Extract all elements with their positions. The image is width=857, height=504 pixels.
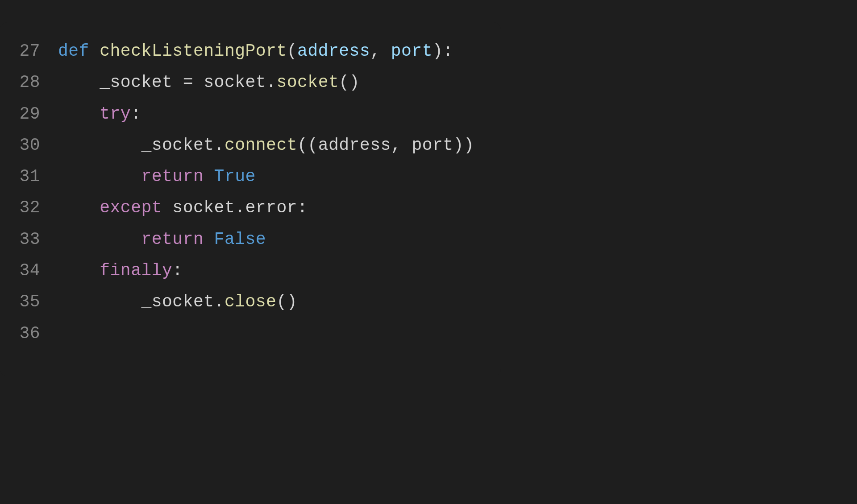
line-number: 36 xyxy=(0,318,58,349)
property: error xyxy=(245,198,298,217)
operator: = xyxy=(172,73,204,92)
variable: _socket xyxy=(100,73,172,92)
code-line[interactable]: 30 _socket.connect((address, port)) xyxy=(0,130,474,161)
module: socket xyxy=(204,73,266,92)
code-line[interactable]: 28 _socket = socket.socket() xyxy=(0,67,474,98)
whitespace xyxy=(162,198,172,217)
argument: port xyxy=(412,136,453,155)
dot: . xyxy=(214,136,225,155)
whitespace xyxy=(89,41,100,61)
code-content[interactable]: _socket = socket.socket() xyxy=(58,67,360,98)
comma: , xyxy=(391,136,412,155)
line-number: 35 xyxy=(0,286,58,318)
line-number: 33 xyxy=(0,224,58,255)
indent xyxy=(58,104,100,124)
line-number: 29 xyxy=(0,99,58,130)
dot: . xyxy=(214,292,225,311)
code-content[interactable]: _socket.close() xyxy=(58,286,297,318)
code-content[interactable]: _socket.connect((address, port)) xyxy=(58,130,474,161)
paren-open: ( xyxy=(287,41,297,61)
indent xyxy=(58,292,141,311)
indent xyxy=(58,73,100,92)
indent xyxy=(58,230,141,249)
line-number: 27 xyxy=(0,36,58,67)
dot: . xyxy=(235,198,245,217)
code-line[interactable]: 36 xyxy=(0,318,474,349)
module: socket xyxy=(172,198,235,217)
constant-true: True xyxy=(214,167,256,186)
keyword-def: def xyxy=(58,41,89,61)
method-call: close xyxy=(225,292,277,311)
code-line[interactable]: 33 return False xyxy=(0,224,474,255)
keyword-finally: finally xyxy=(100,261,172,280)
colon: : xyxy=(297,198,308,217)
keyword-return: return xyxy=(141,230,204,249)
indent xyxy=(58,198,100,217)
line-number: 34 xyxy=(0,255,58,286)
code-line[interactable]: 29 try: xyxy=(0,99,474,130)
code-editor[interactable]: 27 def checkListeningPort(address, port)… xyxy=(0,22,501,376)
line-number: 28 xyxy=(0,67,58,98)
paren-open: (( xyxy=(297,136,318,155)
dot: . xyxy=(266,73,276,92)
code-line[interactable]: 34 finally: xyxy=(0,255,474,286)
code-line[interactable]: 31 return True xyxy=(0,161,474,192)
keyword-return: return xyxy=(141,167,204,186)
indent xyxy=(58,261,100,280)
constant-false: False xyxy=(214,230,266,249)
code-content[interactable]: return False xyxy=(58,224,266,255)
variable: _socket xyxy=(141,292,214,311)
code-content[interactable]: try: xyxy=(58,99,141,130)
indent xyxy=(58,167,141,186)
comma: , xyxy=(370,41,391,61)
whitespace xyxy=(204,167,214,186)
parens: () xyxy=(276,292,297,311)
paren-close: )) xyxy=(453,136,474,155)
code-content[interactable]: except socket.error: xyxy=(58,192,308,223)
colon: : xyxy=(131,104,141,124)
paren-close: ) xyxy=(433,41,443,61)
parameter: address xyxy=(297,41,370,61)
argument: address xyxy=(318,136,391,155)
keyword-try: try xyxy=(100,104,131,124)
variable: _socket xyxy=(141,136,214,155)
code-content[interactable]: finally: xyxy=(58,255,183,286)
line-number: 32 xyxy=(0,192,58,223)
method-call: connect xyxy=(225,136,297,155)
line-number: 31 xyxy=(0,161,58,192)
parameter: port xyxy=(391,41,433,61)
code-line[interactable]: 27 def checkListeningPort(address, port)… xyxy=(0,36,474,67)
code-content[interactable]: return True xyxy=(58,161,256,192)
colon: : xyxy=(172,261,183,280)
indent xyxy=(58,136,141,155)
line-number: 30 xyxy=(0,130,58,161)
whitespace xyxy=(204,230,214,249)
code-content[interactable]: def checkListeningPort(address, port): xyxy=(58,36,453,67)
keyword-except: except xyxy=(100,198,162,217)
parens: () xyxy=(339,73,360,92)
method-call: socket xyxy=(276,73,339,92)
code-line[interactable]: 35 _socket.close() xyxy=(0,286,474,318)
colon: : xyxy=(443,41,453,61)
code-line[interactable]: 32 except socket.error: xyxy=(0,192,474,223)
function-name: checkListeningPort xyxy=(100,41,287,61)
